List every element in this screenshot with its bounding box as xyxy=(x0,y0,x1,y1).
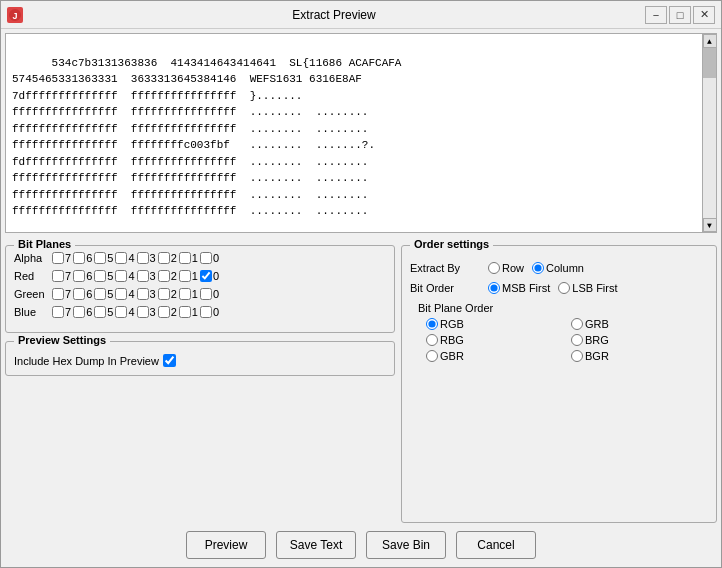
save-bin-button[interactable]: Save Bin xyxy=(366,531,446,559)
msb-first-radio[interactable] xyxy=(488,282,500,294)
bpo-bgr-option: BGR xyxy=(571,350,708,362)
green-label-6: 6 xyxy=(86,288,92,300)
green-cb-1: 1 xyxy=(179,288,198,300)
blue-check-6[interactable] xyxy=(73,306,85,318)
blue-label: Blue xyxy=(14,306,50,318)
blue-cb-1: 1 xyxy=(179,306,198,318)
red-check-2[interactable] xyxy=(158,270,170,282)
alpha-check-2[interactable] xyxy=(158,252,170,264)
scrollbar-track[interactable] xyxy=(703,48,716,218)
bpo-rbg-radio[interactable] xyxy=(426,334,438,346)
maximize-button[interactable]: □ xyxy=(669,6,691,24)
extract-by-row-radio[interactable] xyxy=(488,262,500,274)
alpha-check-5[interactable] xyxy=(94,252,106,264)
alpha-check-0[interactable] xyxy=(200,252,212,264)
blue-check-3[interactable] xyxy=(137,306,149,318)
preview-scrollbar: ▲ ▼ xyxy=(702,34,716,232)
alpha-check-7[interactable] xyxy=(52,252,64,264)
scrollbar-up-button[interactable]: ▲ xyxy=(703,34,717,48)
red-check-4[interactable] xyxy=(115,270,127,282)
bit-plane-row-red: Red 7 6 5 4 3 2 1 0 xyxy=(14,270,386,282)
main-window: J Extract Preview − □ ✕ 534c7b3131363836… xyxy=(0,0,722,568)
scrollbar-down-button[interactable]: ▼ xyxy=(703,218,717,232)
bpo-grb-label: GRB xyxy=(585,318,609,330)
blue-check-1[interactable] xyxy=(179,306,191,318)
main-content: Bit Planes Alpha 7 6 5 4 3 2 1 0 xyxy=(1,237,721,523)
msb-first-label: MSB First xyxy=(502,282,550,294)
preview-button[interactable]: Preview xyxy=(186,531,266,559)
bpo-brg-option: BRG xyxy=(571,334,708,346)
preview-text-lines: 534c7b3131363836 4143414643414641 SL{116… xyxy=(12,57,401,218)
alpha-label-7: 7 xyxy=(65,252,71,264)
blue-checkboxes: 7 6 5 4 3 2 1 0 xyxy=(52,306,219,318)
hex-dump-checkbox[interactable] xyxy=(163,354,176,367)
preview-settings-group: Preview Settings Include Hex Dump In Pre… xyxy=(5,341,395,376)
bpo-rgb-label: RGB xyxy=(440,318,464,330)
scrollbar-thumb xyxy=(703,48,716,78)
bpo-grb-radio[interactable] xyxy=(571,318,583,330)
titlebar: J Extract Preview − □ ✕ xyxy=(1,1,721,29)
red-check-6[interactable] xyxy=(73,270,85,282)
svg-text:J: J xyxy=(12,11,17,21)
red-check-0[interactable] xyxy=(200,270,212,282)
minimize-button[interactable]: − xyxy=(645,6,667,24)
alpha-cb-1: 1 xyxy=(179,252,198,264)
blue-label-1: 1 xyxy=(192,306,198,318)
preview-area: 534c7b3131363836 4143414643414641 SL{116… xyxy=(5,33,717,233)
alpha-check-4[interactable] xyxy=(115,252,127,264)
green-label-4: 4 xyxy=(128,288,134,300)
bpo-brg-radio[interactable] xyxy=(571,334,583,346)
blue-check-0[interactable] xyxy=(200,306,212,318)
extract-by-column-label: Column xyxy=(546,262,584,274)
red-label-3: 3 xyxy=(150,270,156,282)
bpo-gbr-radio[interactable] xyxy=(426,350,438,362)
cancel-button[interactable]: Cancel xyxy=(456,531,536,559)
extract-by-radio-group: Row Column xyxy=(488,262,584,274)
bpo-bgr-radio[interactable] xyxy=(571,350,583,362)
blue-cb-0: 0 xyxy=(200,306,219,318)
extract-by-column-radio[interactable] xyxy=(532,262,544,274)
red-check-5[interactable] xyxy=(94,270,106,282)
red-cb-4: 4 xyxy=(115,270,134,282)
blue-check-5[interactable] xyxy=(94,306,106,318)
red-label-7: 7 xyxy=(65,270,71,282)
red-check-1[interactable] xyxy=(179,270,191,282)
alpha-check-1[interactable] xyxy=(179,252,191,264)
green-check-3[interactable] xyxy=(137,288,149,300)
green-check-6[interactable] xyxy=(73,288,85,300)
bpo-rgb-option: RGB xyxy=(426,318,563,330)
bpo-gbr-option: GBR xyxy=(426,350,563,362)
green-cb-0: 0 xyxy=(200,288,219,300)
green-check-7[interactable] xyxy=(52,288,64,300)
alpha-check-3[interactable] xyxy=(137,252,149,264)
blue-check-7[interactable] xyxy=(52,306,64,318)
alpha-cb-0: 0 xyxy=(200,252,219,264)
red-label-2: 2 xyxy=(171,270,177,282)
blue-label-2: 2 xyxy=(171,306,177,318)
green-check-5[interactable] xyxy=(94,288,106,300)
bpo-bgr-label: BGR xyxy=(585,350,609,362)
green-label-3: 3 xyxy=(150,288,156,300)
msb-first-option: MSB First xyxy=(488,282,550,294)
save-text-button[interactable]: Save Text xyxy=(276,531,356,559)
bit-order-row: Bit Order MSB First LSB First xyxy=(410,282,708,294)
lsb-first-radio[interactable] xyxy=(558,282,570,294)
green-check-4[interactable] xyxy=(115,288,127,300)
bpo-rgb-radio[interactable] xyxy=(426,318,438,330)
green-cb-3: 3 xyxy=(137,288,156,300)
alpha-check-6[interactable] xyxy=(73,252,85,264)
close-button[interactable]: ✕ xyxy=(693,6,715,24)
extract-by-column-option: Column xyxy=(532,262,584,274)
green-cb-4: 4 xyxy=(115,288,134,300)
blue-check-2[interactable] xyxy=(158,306,170,318)
green-check-0[interactable] xyxy=(200,288,212,300)
bpo-grb-option: GRB xyxy=(571,318,708,330)
alpha-checkboxes: 7 6 5 4 3 2 1 0 xyxy=(52,252,219,264)
green-check-1[interactable] xyxy=(179,288,191,300)
green-cb-6: 6 xyxy=(73,288,92,300)
preview-text-content[interactable]: 534c7b3131363836 4143414643414641 SL{116… xyxy=(6,34,702,232)
red-check-3[interactable] xyxy=(137,270,149,282)
red-check-7[interactable] xyxy=(52,270,64,282)
green-check-2[interactable] xyxy=(158,288,170,300)
blue-check-4[interactable] xyxy=(115,306,127,318)
